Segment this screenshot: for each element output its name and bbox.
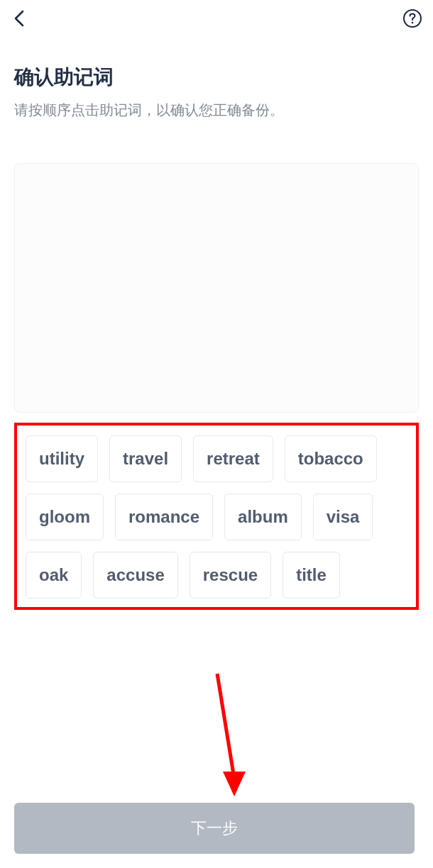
word-chip[interactable]: rescue xyxy=(190,552,271,599)
mnemonic-words-container: utility travel retreat tobacco gloom rom… xyxy=(14,423,419,610)
word-chip[interactable]: romance xyxy=(115,494,213,540)
word-chip[interactable]: accuse xyxy=(93,552,177,599)
main-content: 确认助记词 请按顺序点击助记词，以确认您正确备份。 utility travel… xyxy=(0,37,433,610)
word-chip[interactable]: visa xyxy=(313,494,373,540)
next-button[interactable]: 下一步 xyxy=(14,803,415,854)
page-title: 确认助记词 xyxy=(14,64,419,91)
word-chip[interactable]: tobacco xyxy=(285,435,377,482)
selected-words-box xyxy=(14,163,419,413)
word-chip[interactable]: gloom xyxy=(26,494,104,540)
header-bar xyxy=(0,0,433,37)
next-button-label: 下一步 xyxy=(191,818,238,839)
help-button[interactable] xyxy=(402,8,423,29)
word-chip[interactable]: oak xyxy=(26,552,82,599)
word-chip[interactable]: retreat xyxy=(193,435,273,482)
help-icon xyxy=(402,9,422,28)
annotation-arrow-icon xyxy=(207,672,250,800)
svg-line-2 xyxy=(217,674,234,779)
word-chip[interactable]: travel xyxy=(109,435,182,482)
word-chip[interactable]: utility xyxy=(26,435,98,482)
back-button[interactable] xyxy=(10,9,30,28)
chevron-left-icon xyxy=(12,9,28,28)
svg-marker-3 xyxy=(223,772,246,796)
word-chip[interactable]: album xyxy=(224,494,302,540)
page-subtitle: 请按顺序点击助记词，以确认您正确备份。 xyxy=(14,99,419,121)
word-chip[interactable]: title xyxy=(283,552,340,599)
svg-point-1 xyxy=(412,22,414,24)
